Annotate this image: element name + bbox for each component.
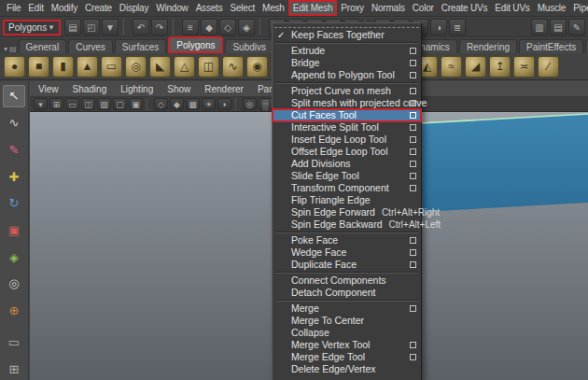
- poly-cone-icon[interactable]: ▲: [77, 56, 98, 77]
- menubar-item-assets[interactable]: Assets: [192, 1, 227, 15]
- menubar-item-select[interactable]: Select: [226, 1, 259, 15]
- channel-box-icon[interactable]: ▥: [531, 19, 548, 35]
- menu-item-split-mesh-with-projected-curve[interactable]: Split mesh with projected curve: [273, 97, 421, 109]
- menu-item-add-divisions[interactable]: Add Divisions: [273, 158, 421, 170]
- poly-soccer-ball-icon[interactable]: ◉: [246, 56, 268, 77]
- menu-item-merge-edge-tool[interactable]: Merge Edge Tool: [273, 351, 421, 363]
- resolution-gate-icon[interactable]: ◫: [81, 98, 95, 110]
- tool-settings-icon[interactable]: ✎: [568, 19, 585, 35]
- poly-torus-icon[interactable]: ◎: [125, 56, 147, 77]
- new-scene-icon[interactable]: ▤: [64, 19, 81, 35]
- menu-item-detach-component[interactable]: Detach Component: [273, 287, 421, 299]
- menubar-item-edit-uvs[interactable]: Edit UVs: [491, 1, 533, 15]
- panel-menu-view[interactable]: View: [38, 84, 59, 94]
- option-box-icon[interactable]: [410, 72, 416, 78]
- option-box-icon[interactable]: [410, 148, 416, 155]
- scale-tool-icon[interactable]: ▣: [3, 219, 25, 242]
- paint-select-tool-icon[interactable]: ✎: [3, 138, 25, 161]
- poly-plane-icon[interactable]: ▭: [101, 56, 122, 77]
- attribute-editor-icon[interactable]: ▤: [550, 19, 567, 35]
- xray-icon[interactable]: ▒: [259, 98, 273, 110]
- undo-icon[interactable]: ↶: [133, 19, 149, 35]
- option-box-icon[interactable]: [410, 261, 416, 268]
- menu-item-transform-component[interactable]: Transform Component: [273, 182, 421, 194]
- menu-item-spin-edge-backward[interactable]: Spin Edge BackwardCtrl+Alt+Left: [273, 218, 421, 231]
- grid-toggle-icon[interactable]: ⊞: [49, 98, 63, 110]
- menu-item-offset-edge-loop-tool[interactable]: Offset Edge Loop Tool: [273, 146, 421, 158]
- menubar-item-muscle[interactable]: Muscle: [534, 1, 569, 15]
- shelf-tab-toggle-icon[interactable]: ▾: [4, 45, 7, 53]
- menu-item-merge[interactable]: Merge: [273, 303, 421, 315]
- redo-icon[interactable]: ↷: [151, 19, 168, 35]
- panel-menu-renderer[interactable]: Renderer: [204, 84, 244, 94]
- menu-item-delete-edge-vertex[interactable]: Delete Edge/Vertex: [273, 363, 421, 375]
- film-gate-icon[interactable]: ▭: [65, 98, 79, 110]
- menu-item-slide-edge-tool[interactable]: Slide Edge Tool: [273, 170, 421, 182]
- menu-item-merge-vertex-tool[interactable]: Merge Vertex Tool: [273, 339, 421, 351]
- menu-item-cut-faces-tool[interactable]: Cut Faces Tool: [273, 109, 421, 121]
- extrude-shelf-icon[interactable]: ↥: [489, 56, 511, 77]
- option-box-icon[interactable]: [410, 342, 416, 348]
- shelf-menu-icon[interactable]: ▤: [9, 45, 17, 53]
- split-shelf-icon[interactable]: ∕: [538, 56, 559, 77]
- layout-four-pane-icon[interactable]: ⊞: [3, 358, 25, 380]
- menu-item-insert-edge-loop-tool[interactable]: Insert Edge Loop Tool: [273, 134, 421, 146]
- select-tool-icon[interactable]: ↖: [3, 85, 25, 107]
- option-box-icon[interactable]: [410, 88, 416, 94]
- shaded-icon[interactable]: ◆: [170, 98, 184, 110]
- poly-prism-icon[interactable]: ◣: [149, 56, 171, 77]
- shadows-icon[interactable]: ◗: [217, 98, 231, 110]
- shelf-tab-surfaces[interactable]: Surfaces: [115, 39, 166, 53]
- menu-item-flip-triangle-edge[interactable]: Flip Triangle Edge: [273, 194, 421, 206]
- menu-item-spin-edge-forward[interactable]: Spin Edge ForwardCtrl+Alt+Right: [273, 206, 421, 218]
- option-box-icon[interactable]: [410, 112, 416, 119]
- menubar-item-file[interactable]: File: [3, 1, 24, 15]
- save-scene-icon[interactable]: ▼: [102, 19, 119, 35]
- poly-sphere-icon[interactable]: ●: [4, 56, 25, 77]
- wireframe-icon[interactable]: ◇: [154, 98, 168, 110]
- menu-item-poke-face[interactable]: Poke Face: [273, 234, 421, 246]
- shelf-tab-curves[interactable]: Curves: [68, 39, 113, 53]
- select-object-icon[interactable]: ◆: [201, 19, 217, 35]
- option-box-icon[interactable]: [410, 185, 416, 191]
- bevel-icon[interactable]: ◢: [465, 56, 486, 77]
- ground-plane[interactable]: [403, 114, 588, 213]
- lights-icon[interactable]: ☀: [202, 98, 216, 110]
- select-component-icon[interactable]: ◇: [219, 19, 236, 35]
- menubar-item-window[interactable]: Window: [152, 1, 191, 15]
- menu-item-bridge[interactable]: Bridge: [273, 57, 421, 69]
- menu-item-append-to-polygon-tool[interactable]: Append to Polygon Tool: [273, 69, 421, 81]
- isolate-select-icon[interactable]: ◎: [243, 98, 257, 110]
- layout-single-pane-icon[interactable]: ▭: [3, 331, 25, 354]
- menubar-item-create[interactable]: Create: [81, 1, 116, 15]
- menu-set-selector[interactable]: Polygons ▼: [3, 20, 61, 35]
- camera-menu-icon[interactable]: ▾: [34, 98, 48, 110]
- menubar-item-proxy[interactable]: Proxy: [337, 1, 368, 15]
- menu-item-connect-components[interactable]: Connect Components: [273, 274, 421, 287]
- shelf-tab-general[interactable]: General: [19, 39, 67, 53]
- smooth-icon[interactable]: ≈: [441, 56, 462, 77]
- option-box-icon[interactable]: [410, 124, 416, 131]
- option-box-icon[interactable]: [410, 60, 416, 66]
- menu-item-wedge-face[interactable]: Wedge Face: [273, 246, 421, 259]
- menubar-item-edit-mesh[interactable]: Edit Mesh: [288, 0, 338, 16]
- safe-action-icon[interactable]: ▢: [113, 98, 127, 110]
- menu-item-extrude[interactable]: Extrude: [273, 45, 421, 57]
- shelf-tab-rendering[interactable]: Rendering: [459, 39, 517, 53]
- shelf-tab-subdivs[interactable]: Subdivs: [225, 39, 273, 53]
- poly-helix-icon[interactable]: ∿: [222, 56, 244, 77]
- rotate-tool-icon[interactable]: ↻: [3, 192, 25, 215]
- menubar-item-pipeline-cache[interactable]: Pipeline Cache: [569, 1, 588, 15]
- option-box-icon[interactable]: [410, 136, 416, 143]
- shelf-tab-polygons[interactable]: Polygons: [168, 36, 223, 53]
- menubar-item-normals[interactable]: Normals: [368, 1, 409, 15]
- option-box-icon[interactable]: [410, 354, 416, 360]
- menu-item-duplicate-face[interactable]: Duplicate Face: [273, 259, 421, 271]
- panel-menu-lighting[interactable]: Lighting: [120, 84, 153, 94]
- option-box-icon[interactable]: [410, 305, 416, 312]
- shelf-tab-painteffects[interactable]: PaintEffects: [519, 39, 583, 53]
- panel-menu-shading[interactable]: Shading: [73, 84, 107, 94]
- open-scene-icon[interactable]: ◰: [83, 19, 100, 35]
- highlight-selection-icon[interactable]: ◈: [238, 19, 255, 35]
- textured-icon[interactable]: ▩: [186, 98, 200, 110]
